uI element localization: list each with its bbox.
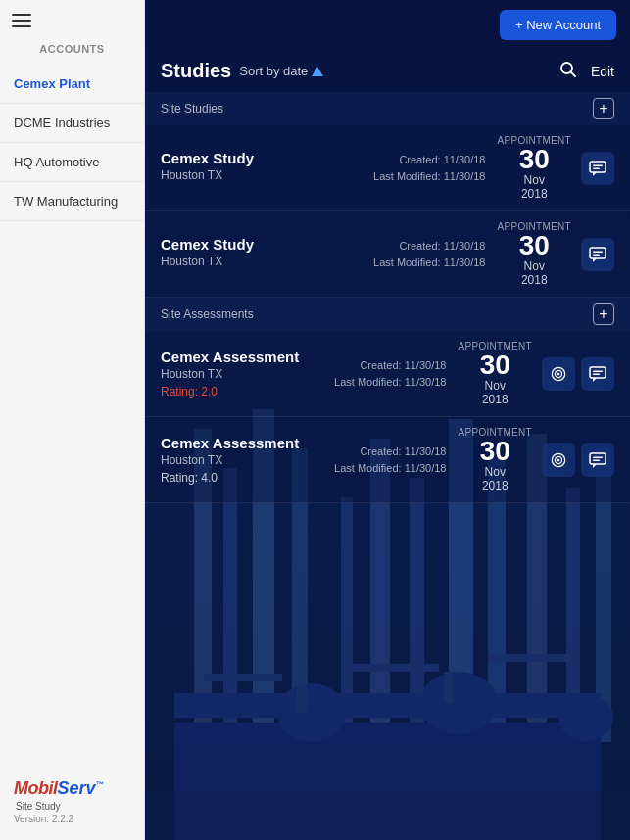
svg-rect-40 bbox=[593, 370, 603, 372]
studies-header: Studies Sort by date Edit bbox=[145, 50, 630, 92]
svg-point-37 bbox=[557, 372, 560, 375]
svg-rect-16 bbox=[204, 674, 282, 681]
svg-rect-13 bbox=[174, 693, 601, 718]
search-icon bbox=[559, 61, 577, 78]
sort-arrow-icon[interactable] bbox=[312, 67, 323, 76]
svg-rect-47 bbox=[593, 456, 603, 458]
assessment-item-1-rating: Rating: 2.0 bbox=[161, 385, 334, 398]
chat-icon bbox=[589, 161, 606, 176]
svg-rect-14 bbox=[174, 723, 601, 742]
svg-rect-41 bbox=[593, 373, 600, 375]
version-label: Version: 2.2.2 bbox=[14, 814, 130, 824]
study-item-2-info: Cemex Study Houston TX bbox=[161, 236, 373, 272]
study-item-2-modified: Last Modified: 11/30/18 bbox=[373, 255, 485, 271]
svg-rect-30 bbox=[593, 167, 600, 169]
study-item-1-appt-day: 30 bbox=[519, 146, 550, 173]
sidebar: ACCOUNTS Cemex Plant DCME Industries HQ … bbox=[0, 0, 145, 840]
study-item-1-actions bbox=[581, 152, 614, 185]
assessment-item-2-chat-button[interactable] bbox=[581, 443, 614, 477]
study-item-2-appt-day: 30 bbox=[519, 232, 550, 259]
study-item-1-modified: Last Modified: 11/30/18 bbox=[373, 168, 485, 185]
studies-title: Studies bbox=[161, 60, 231, 82]
site-assessments-section-header: Site Assessments + bbox=[145, 298, 630, 331]
assessment-item-2-info: Cemex Assessment Houston TX Rating: 4.0 bbox=[161, 435, 334, 485]
assessment-item-1-meta: Created: 11/30/18 Last Modified: 11/30/1… bbox=[334, 357, 446, 390]
assessment-item-1-modified: Last Modified: 11/30/18 bbox=[334, 374, 446, 391]
svg-rect-27 bbox=[590, 162, 606, 172]
chat-icon bbox=[589, 452, 606, 468]
new-account-button[interactable]: + New Account bbox=[500, 10, 616, 40]
chat-icon bbox=[589, 366, 606, 382]
site-studies-section-header: Site Studies + bbox=[145, 92, 630, 125]
assessment-item-2-meta: Created: 11/30/18 Last Modified: 11/30/1… bbox=[334, 443, 446, 476]
study-item-2-name: Cemex Study bbox=[161, 236, 373, 253]
sidebar-item-cemex-plant[interactable]: Cemex Plant bbox=[0, 65, 144, 104]
assessment-item-2-modified: Last Modified: 11/30/18 bbox=[334, 460, 446, 477]
study-item-1-created: Created: 11/30/18 bbox=[373, 152, 485, 168]
svg-rect-45 bbox=[590, 453, 606, 464]
assessment-item-2-actions bbox=[542, 443, 614, 477]
study-item-2: Cemex Study Houston TX Created: 11/30/18… bbox=[145, 211, 630, 298]
svg-point-19 bbox=[277, 683, 346, 742]
study-item-2-created: Created: 11/30/18 bbox=[373, 238, 485, 255]
study-item-2-location: Houston TX bbox=[161, 255, 373, 268]
sort-label[interactable]: Sort by date bbox=[239, 64, 308, 78]
svg-rect-38 bbox=[590, 367, 606, 378]
svg-rect-18 bbox=[488, 654, 576, 662]
study-item-1-appt-year: 2018 bbox=[521, 187, 548, 201]
accounts-label: ACCOUNTS bbox=[0, 37, 144, 65]
brand-subtitle: Site Study bbox=[16, 801, 130, 812]
audio-icon bbox=[550, 366, 567, 382]
sidebar-footer: MobilServ™ Site Study Version: 2.2.2 bbox=[0, 778, 144, 824]
assessment-item-1-location: Houston TX bbox=[161, 367, 334, 381]
study-item-2-appt-year: 2018 bbox=[521, 273, 548, 287]
svg-rect-23 bbox=[444, 672, 454, 703]
add-site-assessment-button[interactable]: + bbox=[593, 303, 614, 325]
brand-logo: MobilServ™ bbox=[14, 778, 130, 799]
assessment-item-1-audio-button[interactable] bbox=[542, 357, 575, 391]
svg-rect-31 bbox=[590, 248, 606, 258]
study-item-2-meta: Created: 11/30/18 Last Modified: 11/30/1… bbox=[373, 238, 485, 270]
brand-serv: Serv™ bbox=[58, 778, 104, 798]
assessment-item-1-appt-month: Nov bbox=[485, 379, 506, 393]
header-actions: Edit bbox=[559, 61, 614, 82]
assessment-item-2-rating: Rating: 4.0 bbox=[161, 471, 334, 485]
assessment-item-2-audio-button[interactable] bbox=[542, 443, 575, 477]
add-site-study-button[interactable]: + bbox=[593, 98, 614, 119]
sidebar-header bbox=[0, 0, 144, 37]
hamburger-icon[interactable] bbox=[12, 14, 31, 27]
assessment-item-1-chat-button[interactable] bbox=[581, 357, 614, 391]
svg-rect-34 bbox=[593, 254, 600, 256]
study-item-2-actions bbox=[581, 238, 614, 271]
assessment-item-2-appt-month: Nov bbox=[485, 465, 506, 479]
assessment-item-2-appt-day: 30 bbox=[480, 438, 510, 465]
search-button[interactable] bbox=[559, 61, 577, 82]
assessment-item-2-appt-year: 2018 bbox=[482, 479, 509, 492]
site-assessments-title: Site Assessments bbox=[161, 307, 254, 321]
accounts-nav: Cemex Plant DCME Industries HQ Automotiv… bbox=[0, 65, 144, 221]
assessment-item-2-created: Created: 11/30/18 bbox=[334, 443, 446, 460]
assessment-item-2-location: Houston TX bbox=[161, 453, 334, 467]
svg-rect-48 bbox=[593, 459, 600, 461]
study-item-1-appointment: Appointment 30 Nov 2018 bbox=[497, 135, 571, 201]
assessment-item-1: Cemex Assessment Houston TX Rating: 2.0 … bbox=[145, 331, 630, 417]
audio-icon bbox=[550, 452, 567, 468]
svg-point-20 bbox=[419, 672, 498, 734]
assessment-item-2-appointment: Appointment 30 Nov 2018 bbox=[458, 427, 532, 492]
brand-mobil: Mobil bbox=[14, 778, 58, 798]
assessment-item-1-appointment: Appointment 30 Nov 2018 bbox=[458, 341, 532, 406]
sidebar-item-hq-automotive[interactable]: HQ Automotive bbox=[0, 143, 144, 182]
svg-rect-33 bbox=[593, 251, 603, 253]
edit-button[interactable]: Edit bbox=[591, 64, 614, 79]
study-item-1-info: Cemex Study Houston TX bbox=[161, 150, 373, 186]
assessment-item-2: Cemex Assessment Houston TX Rating: 4.0 … bbox=[145, 417, 630, 503]
main-content: + New Account Studies Sort by date Edit … bbox=[145, 0, 630, 840]
sidebar-item-dcme-industries[interactable]: DCME Industries bbox=[0, 104, 144, 143]
study-item-1-chat-button[interactable] bbox=[581, 152, 614, 185]
study-item-1-location: Houston TX bbox=[161, 168, 373, 182]
sidebar-item-tw-manufacturing[interactable]: TW Manufacturing bbox=[0, 182, 144, 221]
svg-rect-22 bbox=[297, 683, 307, 713]
svg-point-44 bbox=[557, 458, 560, 461]
study-item-2-chat-button[interactable] bbox=[581, 238, 614, 271]
assessment-item-1-appt-day: 30 bbox=[480, 351, 510, 379]
